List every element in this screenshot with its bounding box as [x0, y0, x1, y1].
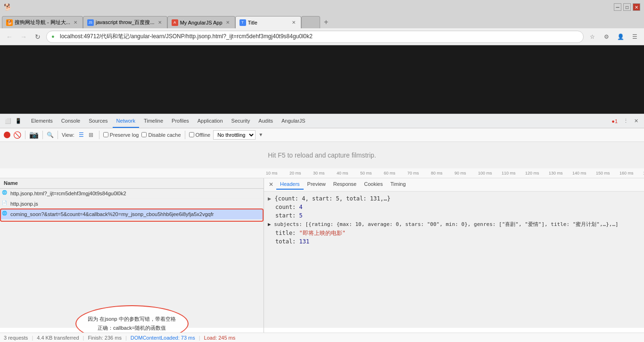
detail-key-total: total: — [275, 238, 299, 245]
detail-panel: ✕ Headers Preview Response Cookies Timin… — [264, 178, 644, 342]
detail-line-3: start: 5 — [268, 211, 640, 220]
minimize-button[interactable]: ─ — [614, 3, 621, 11]
view-label: View: — [62, 132, 74, 138]
preserve-log-checkbox[interactable]: Preserve log — [103, 132, 139, 138]
extensions-button[interactable]: ⚙ — [601, 31, 612, 42]
devtools-mobile-icon[interactable]: 📱 — [14, 117, 23, 125]
more-options-icon[interactable]: ⋮ — [621, 117, 630, 125]
timeline-ruler: 10 ms20 ms30 ms40 ms50 ms60 ms70 ms80 ms… — [0, 168, 644, 178]
disable-cache-label: Disable cache — [148, 132, 181, 138]
tab-title-1: 搜狗网址导航 - 网址大... — [15, 19, 70, 26]
annotation-line1: 因为 在jsonp 中的参数写错，带着空格 — [88, 316, 175, 323]
network-toolbar: 🚫 📷 🔍 View: ☰ ⊞ Preserve log D — [0, 128, 644, 142]
status-requests: 3 requests — [4, 335, 28, 341]
detail-tab-headers[interactable]: Headers — [276, 179, 304, 190]
address-bar: ← → ↻ ● localhost:49712/代码和笔记/angular-le… — [0, 28, 644, 45]
ruler-mark: 160 ms — [619, 171, 642, 175]
detail-tab-cookies[interactable]: Cookies — [360, 179, 387, 190]
list-view-button[interactable]: ☰ — [77, 131, 86, 139]
detail-close-button[interactable]: ✕ — [266, 180, 276, 189]
detail-line-2: count: 4 — [268, 203, 640, 211]
request-row-2[interactable]: 📄 http.jsonp.js — [0, 199, 264, 209]
tab-favicon-1: 🐕 — [6, 19, 13, 26]
disable-cache-input[interactable] — [141, 132, 147, 137]
reload-message: Hit F5 to reload and capture filmstrip. — [0, 142, 644, 168]
status-finish: Finish: 236 ms — [88, 335, 122, 341]
detail-tab-timing[interactable]: Timing — [387, 179, 410, 190]
request-favicon-2: 📄 — [2, 200, 8, 207]
throttle-select[interactable]: No throttling Fast 3G Slow 3G — [213, 130, 256, 140]
title-bar: 🐕 ─ □ ✕ — [0, 0, 644, 14]
browser-tab-4[interactable]: T Title ✕ — [235, 16, 301, 28]
tab-elements[interactable]: Elements — [27, 114, 57, 128]
url-bar[interactable]: ● localhost:49712/代码和笔记/angular-learn/JS… — [46, 31, 584, 43]
reload-message-text: Hit F5 to reload and capture filmstrip. — [268, 151, 376, 159]
offline-checkbox[interactable]: Offline — [189, 132, 211, 138]
tab-timeline[interactable]: Timeline — [140, 114, 167, 128]
maximize-button[interactable]: □ — [623, 3, 631, 11]
url-text: localhost:49712/代码和笔记/angular-learn/JSON… — [60, 33, 313, 41]
tab-close-3[interactable]: ✕ — [224, 19, 231, 25]
devtools-close-icon[interactable]: ✕ — [632, 117, 640, 125]
tab-favicon-3: A — [172, 19, 178, 26]
ruler-mark: 110 ms — [501, 171, 524, 175]
clear-button[interactable]: 🚫 — [13, 131, 21, 139]
offline-input[interactable] — [189, 132, 194, 137]
request-row-1[interactable]: 🌐 http.jsonp.html?_ijt=rcm5dehf3mgj40t9s… — [0, 189, 264, 199]
offline-label: Offline — [196, 132, 211, 138]
detail-tab-response[interactable]: Response — [330, 179, 361, 190]
tab-title-3: My AngularJS App — [180, 20, 223, 25]
tab-application[interactable]: Application — [194, 114, 227, 128]
browser-tab-3[interactable]: A My AngularJS App ✕ — [167, 16, 235, 28]
toolbar-separator-4 — [99, 131, 99, 139]
user-button[interactable]: 👤 — [615, 31, 626, 42]
camera-icon[interactable]: 📷 — [29, 130, 39, 139]
requests-panel: Name 🌐 http.jsonp.html?_ijt=rcm5dehf3mgj… — [0, 178, 264, 342]
tab-close-4[interactable]: ✕ — [290, 19, 297, 25]
back-button[interactable]: ← — [4, 31, 15, 42]
timeline-ruler-marks: 10 ms20 ms30 ms40 ms50 ms60 ms70 ms80 ms… — [264, 171, 644, 175]
browser-tab-2[interactable]: JS javascript throw_百度搜... ✕ — [83, 16, 167, 28]
detail-line-5: title: "即将上映的电影" — [268, 229, 640, 237]
record-button[interactable] — [4, 132, 10, 138]
close-button[interactable]: ✕ — [633, 3, 640, 11]
preserve-log-input[interactable] — [103, 132, 108, 137]
browser-tab-1[interactable]: 🐕 搜狗网址导航 - 网址大... ✕ — [2, 16, 83, 28]
tab-console[interactable]: Console — [58, 114, 84, 128]
request-row-3[interactable]: 🌐 coming_soon?&start=5&count=4&callback%… — [0, 209, 264, 220]
ruler-mark: 150 ms — [595, 171, 619, 175]
detail-line-6: total: 131 — [268, 237, 640, 246]
detail-line-4: ▶ subjects: [{rating: {max: 10, average:… — [268, 220, 640, 229]
tab-profiles[interactable]: Profiles — [168, 114, 193, 128]
detail-tab-preview[interactable]: Preview — [304, 179, 330, 190]
devtools-container: ⬜ 📱 Elements Console Sources Network Tim… — [0, 114, 644, 328]
throttle-dropdown-icon: ▼ — [258, 132, 263, 137]
filter-icon[interactable]: 🔍 — [47, 132, 54, 138]
secure-icon: ● — [51, 33, 58, 40]
new-tab-button[interactable]: + — [320, 16, 332, 28]
ruler-mark: 40 ms — [336, 171, 359, 175]
tab-close-2[interactable]: ✕ — [157, 19, 163, 25]
tab-title-4: Title — [248, 20, 289, 25]
tab-angularjs[interactable]: AngularJS — [278, 114, 309, 128]
menu-button[interactable]: ☰ — [629, 31, 640, 42]
devtools-inspect-icon[interactable]: ⬜ — [4, 117, 12, 125]
ruler-mark: 140 ms — [571, 171, 595, 175]
name-column-header: Name — [0, 180, 264, 186]
ruler-mark: 100 ms — [477, 171, 501, 175]
disable-cache-checkbox[interactable]: Disable cache — [141, 132, 181, 138]
devtools-panel: ⬜ 📱 Elements Console Sources Network Tim… — [0, 114, 644, 328]
grid-view-button[interactable]: ⊞ — [87, 131, 95, 139]
request-favicon-3: 🌐 — [2, 211, 8, 217]
status-sep-2: | — [83, 335, 84, 341]
bookmark-button[interactable]: ☆ — [586, 31, 598, 42]
request-row-3-wrapper: 🌐 coming_soon?&start=5&count=4&callback%… — [0, 209, 264, 220]
tab-security[interactable]: Security — [228, 114, 254, 128]
forward-button[interactable]: → — [18, 31, 29, 42]
tab-close-1[interactable]: ✕ — [72, 19, 79, 25]
refresh-button[interactable]: ↻ — [32, 31, 43, 42]
detail-expand-icon-1[interactable]: ▶ — [268, 195, 271, 202]
tab-sources[interactable]: Sources — [85, 114, 111, 128]
tab-network[interactable]: Network — [113, 114, 139, 128]
tab-audits[interactable]: Audits — [255, 114, 277, 128]
